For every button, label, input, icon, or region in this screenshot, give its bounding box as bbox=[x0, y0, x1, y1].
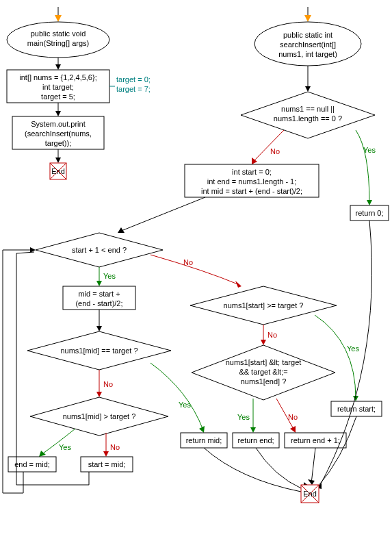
label-no: No bbox=[267, 331, 277, 339]
edge bbox=[120, 197, 205, 231]
text: nums1[mid] > target ? bbox=[63, 412, 136, 420]
node-init: int start = 0; int end = nums1.length - … bbox=[185, 164, 319, 197]
node-d-mid-gt: nums1[mid] > target ? bbox=[30, 397, 168, 436]
edge-no bbox=[253, 130, 284, 162]
text: int end = nums1.length - 1; bbox=[207, 177, 297, 186]
node-return-start: return start; bbox=[331, 401, 382, 416]
node-return-end1: return end + 1; bbox=[285, 433, 346, 448]
arrow bbox=[305, 86, 311, 92]
svg-marker-7 bbox=[304, 15, 311, 22]
text: searchInsert(int[] bbox=[280, 40, 336, 49]
comment-target-7: target = 7; bbox=[116, 85, 151, 93]
text: return 0; bbox=[356, 209, 384, 217]
text: nums1 == null || bbox=[281, 105, 335, 113]
arrow bbox=[39, 451, 46, 457]
arrow bbox=[55, 111, 61, 116]
text: nums1[mid] == target ? bbox=[60, 347, 138, 355]
text: return end; bbox=[237, 436, 274, 444]
node-d-between: nums1[start] &lt; target && target &lt;=… bbox=[192, 345, 335, 400]
arrow bbox=[235, 281, 241, 288]
node-si-end: End bbox=[301, 485, 319, 503]
text-main-sig-2: main(String[] args) bbox=[27, 39, 89, 47]
label-no: No bbox=[110, 443, 120, 451]
node-d-mid-eq: nums1[mid] == target ? bbox=[27, 331, 171, 370]
text: && target &lt;= bbox=[239, 368, 287, 376]
node-return-0: return 0; bbox=[350, 205, 389, 221]
text: int[] nums = {1,2,4,5,6}; bbox=[19, 73, 96, 81]
text: start = mid; bbox=[88, 460, 126, 468]
node-end-mid: end = mid; bbox=[8, 457, 56, 472]
label-no: No bbox=[103, 380, 113, 388]
arrow bbox=[55, 158, 61, 163]
label-yes: Yes bbox=[347, 344, 359, 353]
label-yes: Yes bbox=[363, 146, 376, 154]
text: nums1, int target) bbox=[278, 50, 337, 58]
arrow bbox=[96, 281, 102, 286]
node-d-start-ge: nums1[start] >= target ? bbox=[190, 286, 337, 325]
node-d-null: nums1 == null || nums1.length == 0 ? bbox=[241, 92, 375, 138]
node-main-signature: public static void main(String[] args) bbox=[7, 22, 109, 58]
arrow bbox=[103, 451, 109, 457]
node-si-signature: public static int searchInsert(int[] num… bbox=[254, 22, 361, 66]
edge-yes bbox=[315, 315, 356, 399]
comment-target-0: target = 0; bbox=[116, 75, 151, 84]
text: target)); bbox=[45, 139, 72, 147]
label-yes: Yes bbox=[103, 272, 116, 280]
node-main-end: End bbox=[50, 163, 66, 179]
label-yes: Yes bbox=[179, 401, 191, 409]
text: start + 1 < end ? bbox=[72, 246, 127, 254]
node-mid-calc: mid = start + (end - start)/2; bbox=[63, 286, 135, 310]
label-yes: Yes bbox=[59, 443, 71, 451]
entry-arrow-main bbox=[55, 7, 62, 22]
text: public static int bbox=[283, 31, 332, 39]
text-end: End bbox=[51, 167, 65, 175]
node-return-mid: return mid; bbox=[181, 433, 227, 448]
text: nums1[start] >= target ? bbox=[224, 301, 304, 310]
text: nums1.length == 0 ? bbox=[274, 114, 342, 123]
label-yes: Yes bbox=[237, 413, 250, 421]
text: System.out.print bbox=[31, 120, 85, 128]
text: end = mid; bbox=[14, 460, 50, 468]
text: mid = start + bbox=[78, 290, 120, 298]
svg-marker-25 bbox=[308, 479, 315, 485]
node-return-end: return end; bbox=[233, 433, 279, 448]
label-no: No bbox=[270, 147, 280, 155]
node-main-init: int[] nums = {1,2,4,5,6}; int target; ta… bbox=[7, 70, 109, 103]
text: return mid; bbox=[186, 436, 222, 444]
arrow bbox=[96, 326, 102, 331]
svg-marker-0 bbox=[55, 15, 62, 22]
text: int mid = start + (end - start)/2; bbox=[201, 187, 302, 195]
arrow bbox=[367, 200, 372, 205]
node-d-loop: start + 1 < end ? bbox=[36, 233, 163, 267]
entry-arrow-searchinsert bbox=[304, 7, 311, 22]
text: nums1[start] &lt; target bbox=[226, 358, 302, 366]
text-end: End bbox=[303, 490, 317, 498]
node-main-print: System.out.print (searchInsert(nums, tar… bbox=[12, 116, 104, 149]
label-no: No bbox=[288, 413, 298, 421]
arrow bbox=[96, 392, 102, 397]
text: return start; bbox=[337, 405, 376, 413]
text: int target; bbox=[42, 83, 74, 91]
arrow bbox=[250, 427, 256, 433]
arrow bbox=[261, 340, 266, 345]
arrow bbox=[55, 64, 61, 70]
edge-yes bbox=[356, 130, 369, 203]
text: (end - start)/2; bbox=[75, 299, 122, 307]
text: int start = 0; bbox=[232, 168, 272, 176]
label-no: No bbox=[183, 258, 193, 266]
edge-no bbox=[151, 255, 239, 285]
node-start-mid: start = mid; bbox=[81, 457, 133, 472]
text: (searchInsert(nums, bbox=[25, 129, 92, 138]
text: nums1[end] ? bbox=[241, 377, 287, 386]
text: target = 5; bbox=[41, 92, 75, 101]
text-main-sig-1: public static void bbox=[31, 29, 86, 38]
text: return end + 1; bbox=[291, 436, 340, 444]
